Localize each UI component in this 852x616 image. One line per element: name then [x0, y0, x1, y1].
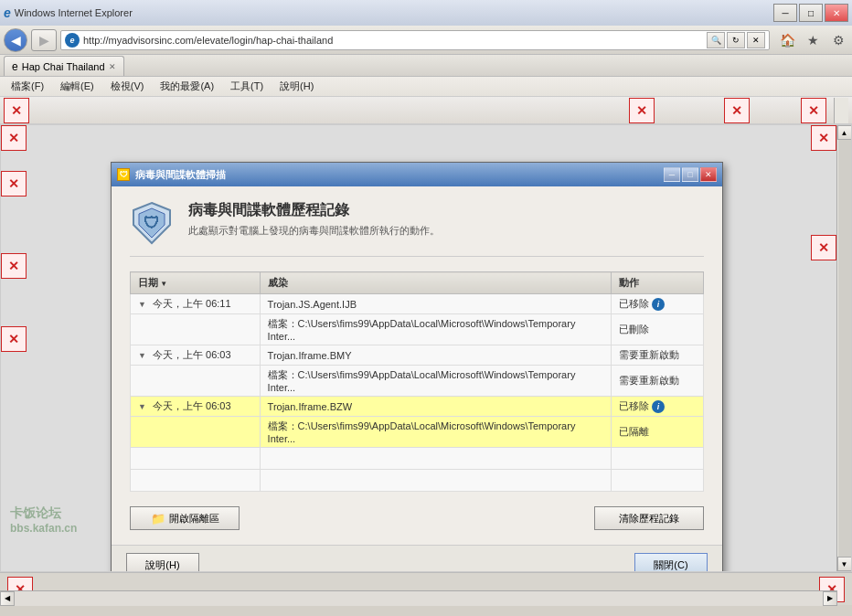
row3-action2: 已隔離	[611, 417, 703, 448]
bg-x-3: ✕	[1, 253, 27, 279]
h-scrollbar[interactable]: ◀ ▶	[0, 590, 837, 605]
virus-scan-dialog: 🛡 病毒與間諜軟體掃描 ─ □ ✕ 🛡	[111, 162, 723, 572]
dialog-footer: 說明(H) 關閉(C)	[112, 545, 722, 572]
table-body: ▼ 今天，上午 06:11 Trojan.JS.Agent.IJB 已移除 i	[131, 294, 704, 492]
address-buttons: 🔍 ↻ ✕	[707, 32, 765, 48]
dialog-minimize-button[interactable]: ─	[664, 167, 680, 182]
x-mark-1: ✕	[4, 98, 29, 123]
tab-close-icon[interactable]: ✕	[109, 62, 116, 71]
bg-x-1: ✕	[1, 125, 27, 151]
row3-name: Trojan.Iframe.BZW	[260, 397, 611, 417]
scroll-left-button[interactable]: ◀	[0, 591, 15, 606]
favorites-icon[interactable]: ★	[803, 30, 823, 50]
table-header-row: 日期 威染 動作	[131, 272, 704, 294]
ie-favicon-icon: e	[65, 33, 80, 48]
dialog-header-section: 🛡 病毒與間諜軟體歷程記錄 此處顯示對電腦上發現的病毒與間諜軟體所執行的動作。	[130, 201, 704, 257]
address-bar[interactable]: e http://myadvisorsinc.com/elevate/login…	[60, 30, 770, 50]
row1-action2: 已刪除	[611, 314, 703, 345]
dialog-action-buttons: 📁 開啟隔離區 清除歷程記錄	[130, 506, 704, 530]
dialog-header-desc: 此處顯示對電腦上發現的病毒與間諜軟體所執行的動作。	[188, 224, 440, 238]
dialog-body: 🛡 病毒與間諜軟體歷程記錄 此處顯示對電腦上發現的病毒與間諜軟體所執行的動作。 …	[112, 186, 722, 545]
toolbar-icons: 🏠 ★ ⚙	[777, 30, 848, 50]
folder-icon: 📁	[151, 512, 165, 526]
minimize-button[interactable]: ─	[773, 4, 797, 22]
menu-view[interactable]: 檢視(V)	[103, 78, 152, 95]
tab-bar: e Hap Chai Thailand ✕	[0, 55, 852, 77]
col-action[interactable]: 動作	[611, 272, 703, 294]
x-mark-3: ✕	[724, 98, 750, 123]
dialog-header-text: 病毒與間諜軟體歷程記錄 此處顯示對電腦上發現的病毒與間諜軟體所執行的動作。	[188, 201, 440, 238]
table-row-empty-1	[131, 448, 704, 470]
maximize-button[interactable]: □	[799, 4, 823, 22]
table-row: ▼ 今天，上午 06:11 Trojan.JS.Agent.IJB 已移除 i	[131, 294, 704, 314]
dialog-maximize-button[interactable]: □	[682, 167, 698, 182]
home-icon[interactable]: 🏠	[777, 30, 797, 50]
search-dropdown-button[interactable]: 🔍	[707, 32, 725, 48]
settings-icon[interactable]: ⚙	[828, 30, 848, 50]
stop-button[interactable]: ✕	[747, 32, 765, 48]
clear-history-button[interactable]: 清除歷程記錄	[594, 506, 704, 530]
top-toolbar-row: ✕ ✕ ✕ ✕	[0, 97, 852, 124]
watermark: 卡饭论坛 bbs.kafan.cn	[10, 505, 77, 535]
table-row-3: ▼ 今天，上午 06:03 Trojan.Iframe.BZW 已移除 i	[131, 397, 704, 417]
dialog-win-controls: ─ □ ✕	[664, 167, 717, 182]
scan-table: 日期 威染 動作 ▼ 今天，上午 06:11 Trojan.JS.Ag	[130, 271, 704, 492]
row1-path: 檔案：C:\Users\fims99\AppData\Local\Microso…	[260, 314, 611, 345]
forward-button[interactable]: ▶	[31, 29, 57, 51]
row2-path-date	[131, 366, 261, 397]
row1-name: Trojan.JS.Agent.IJB	[260, 294, 611, 314]
dialog-main-close-button[interactable]: 關閉(C)	[634, 553, 708, 572]
row2-date: ▼ 今天，上午 06:03	[131, 345, 261, 366]
col-date[interactable]: 日期	[131, 272, 261, 294]
x-mark-4: ✕	[801, 98, 826, 123]
dialog-header-title: 病毒與間諜軟體歷程記錄	[188, 201, 440, 220]
menu-tools[interactable]: 工具(T)	[223, 78, 271, 95]
bg-x-2: ✕	[1, 171, 27, 196]
row2-action1: 需要重新啟動	[611, 345, 703, 366]
shield-svg-icon: 🛡	[130, 201, 174, 245]
back-button[interactable]: ◀	[4, 28, 27, 52]
row1-date: ▼ 今天，上午 06:11	[131, 294, 261, 314]
bg-x-5: ✕	[811, 125, 836, 151]
scroll-up-button[interactable]: ▲	[837, 125, 852, 140]
tab-label: Hap Chai Thailand	[22, 61, 105, 72]
dialog-title-label: 病毒與間諜軟體掃描	[135, 168, 226, 182]
close-button[interactable]: ✕	[825, 4, 848, 22]
tab-favicon-icon: e	[12, 60, 18, 73]
table-row-path-1: 檔案：C:\Users\fims99\AppData\Local\Microso…	[131, 314, 704, 345]
row2-action2: 需要重新啟動	[611, 366, 703, 397]
scroll-right-button[interactable]: ▶	[823, 591, 837, 606]
browser-tab[interactable]: e Hap Chai Thailand ✕	[4, 56, 124, 76]
scroll-thumb[interactable]	[838, 140, 851, 557]
ie-logo-icon: e	[4, 5, 11, 20]
row1-action1: 已移除 i	[611, 294, 703, 314]
title-bar-left: e Windows Internet Explorer	[4, 5, 133, 20]
row3-path: 檔案：C:\Users\fims99\AppData\Local\Microso…	[260, 417, 611, 448]
row2-name: Trojan.Iframe.BMY	[260, 345, 611, 366]
scroll-h-track	[15, 591, 823, 606]
nav-bar: ◀ ▶ e http://myadvisorsinc.com/elevate/l…	[0, 26, 852, 55]
table-row-path-3: 檔案：C:\Users\fims99\AppData\Local\Microso…	[131, 417, 704, 448]
dialog-title-icon: 🛡	[117, 168, 130, 181]
row3-action1: 已移除 i	[611, 397, 703, 417]
bg-x-6: ✕	[811, 235, 836, 260]
help-button[interactable]: 說明(H)	[126, 553, 199, 572]
col-infection[interactable]: 威染	[260, 272, 611, 294]
open-quarantine-button[interactable]: 📁 開啟隔離區	[130, 506, 240, 530]
row3-path-date	[131, 417, 261, 448]
svg-text:🛡: 🛡	[144, 214, 160, 232]
menu-help[interactable]: 說明(H)	[272, 78, 321, 95]
x-mark-2: ✕	[629, 98, 655, 123]
row1-path-date	[131, 314, 261, 345]
refresh-button[interactable]: ↻	[727, 32, 745, 48]
table-row-2: ▼ 今天，上午 06:03 Trojan.Iframe.BMY 需要重新啟動	[131, 345, 704, 366]
menu-file[interactable]: 檔案(F)	[4, 78, 51, 95]
dialog-close-button[interactable]: ✕	[700, 167, 717, 182]
menu-edit[interactable]: 編輯(E)	[53, 78, 101, 95]
table-row-path-2: 檔案：C:\Users\fims99\AppData\Local\Microso…	[131, 366, 704, 397]
bottom-toolbar-area: ✕ ✕ ◀ ▶	[0, 572, 852, 605]
window-controls: ─ □ ✕	[773, 4, 848, 22]
menu-favorites[interactable]: 我的最愛(A)	[153, 78, 221, 95]
scroll-down-button[interactable]: ▼	[837, 557, 852, 571]
right-scrollbar[interactable]: ▲ ▼	[836, 125, 851, 571]
